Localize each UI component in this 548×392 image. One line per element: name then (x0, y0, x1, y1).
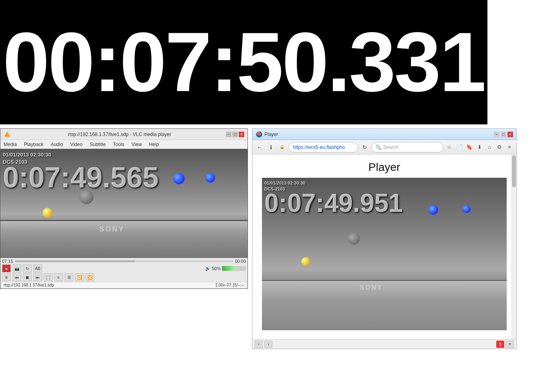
browser-bottom-right-button[interactable]: › (264, 341, 272, 348)
vlc-play-pause-button[interactable]: ⏸ (2, 273, 11, 281)
ball-blue-2 (205, 173, 215, 183)
browser-window-title: Player (263, 132, 494, 137)
browser-window-controls: − □ × (494, 132, 513, 137)
vlc-close-button[interactable]: × (239, 132, 244, 137)
vlc-status-row: rtsp://192.168.1.37/live1.sdp 1.00x 07:1… (2, 282, 246, 288)
browser-ball-gray (348, 233, 360, 245)
vlc-ab-button[interactable]: AB (33, 264, 42, 272)
browser-scrollbar[interactable] (511, 154, 516, 339)
browser-search-bar[interactable]: 🔍 Search (371, 142, 443, 152)
browser-ball-yellow (301, 257, 310, 266)
browser-reader-button[interactable]: 📄 (455, 143, 464, 152)
vlc-prev-button[interactable]: ⏮ (12, 273, 21, 281)
vlc-volume-icon: 🔊 (205, 266, 211, 271)
browser-security-icon[interactable]: 🔒 (277, 142, 287, 152)
browser-scroll-thumb[interactable] (512, 155, 516, 187)
browser-keyboard-area: SONY (262, 280, 507, 330)
vlc-menu-tools[interactable]: Tools (112, 141, 126, 148)
browser-window: Player − □ × ← ℹ 🔒 https://wcs5-eu.flash… (252, 128, 517, 349)
browser-titlebar: Player − □ × (252, 129, 516, 140)
vlc-fullscreen-button[interactable]: ⛶ (44, 273, 53, 281)
browser-bottom-bar: ‹ › 1 × (252, 339, 516, 349)
browser-timestamp-display: 0:07:49.951 (264, 188, 403, 218)
search-placeholder: Search (383, 144, 398, 150)
browser-close-notification-button[interactable]: × (506, 341, 514, 348)
vlc-volume-bar[interactable] (222, 266, 246, 271)
browser-ball-blue-2 (463, 205, 471, 213)
browser-close-button[interactable]: × (507, 132, 513, 137)
vlc-eq-button[interactable]: ≡ (54, 273, 63, 281)
vlc-video-area: 01/01/2013 02:30:30 DCS-2103 0:07:49.565… (0, 149, 248, 258)
vlc-time-display: 07:15/--:-- (227, 283, 244, 287)
ball-gray (79, 190, 93, 204)
browser-pocket-button[interactable]: 🔖 (465, 143, 474, 152)
vlc-menu-subtitle[interactable]: Subtitle (88, 141, 108, 148)
vlc-volume-fill (222, 266, 234, 271)
browser-toolbar-icons: ☆ 📄 🔖 ⬇ ⌂ ⚙ ≡ (445, 143, 514, 152)
browser-logo-icon (256, 131, 263, 138)
browser-url-bar[interactable]: https://wcs5-eu.flashpho (288, 142, 358, 152)
vlc-record-button[interactable]: ● (2, 264, 11, 272)
browser-navbar: ← ℹ 🔒 https://wcs5-eu.flashpho ↻ 🔍 Searc… (252, 140, 516, 154)
vlc-stop-button[interactable]: ⏹ (23, 273, 32, 281)
browser-url-text: https://wcs5-eu.flashpho (293, 144, 345, 150)
browser-video-frame: 01/01/2013 02:30:30 DCS-2103 0:07:49.951… (262, 178, 507, 330)
vlc-progress-bar[interactable] (15, 260, 233, 262)
search-icon: 🔍 (375, 144, 382, 150)
browser-reload-button[interactable]: ↻ (360, 142, 369, 152)
browser-settings-button[interactable]: ⚙ (495, 143, 504, 152)
vlc-menu-video[interactable]: Video (69, 141, 84, 148)
vlc-progress-fill (15, 260, 135, 262)
browser-sony-label: SONY (360, 284, 383, 291)
vlc-volume-percent: 50% (212, 266, 221, 271)
vlc-keyboard-area: SONY (0, 220, 248, 258)
ball-yellow (43, 208, 53, 218)
vlc-menu-help[interactable]: Help (147, 141, 160, 148)
vlc-progress-row: 07:15 00:00 (2, 259, 246, 264)
vlc-window-controls: − □ × (226, 132, 244, 137)
vlc-loop-button[interactable]: ↻ (23, 264, 32, 272)
browser-back-button[interactable]: ← (255, 142, 264, 152)
browser-notification-badge: 1 (496, 341, 504, 348)
browser-maximize-button[interactable]: □ (501, 132, 506, 137)
browser-bottom-left-button[interactable]: ‹ (255, 341, 263, 348)
browser-bookmark-star-button[interactable]: ☆ (445, 143, 454, 152)
vlc-controls-area: 07:15 00:00 ● 📷 ↻ AB 🔊 50% ⏸ ⏮ ⏹ ⏭ (0, 258, 248, 288)
svg-rect-1 (6, 135, 8, 137)
vlc-time-right: 00:00 (235, 259, 246, 264)
vlc-shuffle-button[interactable]: 🔀 (85, 273, 94, 281)
browser-home-button[interactable]: ⌂ (485, 143, 494, 152)
vlc-titlebar: rtsp://192.168.1.37/live1.sdp - VLC medi… (0, 129, 248, 140)
vlc-playlist-button[interactable]: ☰ (65, 273, 73, 281)
vlc-logo-icon (4, 131, 11, 138)
vlc-time-left: 07:15 (2, 259, 13, 264)
browser-ball-blue-1 (428, 205, 438, 215)
vlc-maximize-button[interactable]: □ (232, 132, 238, 137)
vlc-window-title: rtsp://192.168.1.37/live1.sdp - VLC medi… (13, 132, 226, 137)
vlc-next-button[interactable]: ⏭ (33, 273, 42, 281)
vlc-speed-display: 1.00x (215, 283, 225, 287)
vlc-menu-view[interactable]: View (130, 141, 144, 148)
timer-background: 00:07:50.331 (0, 0, 487, 124)
browser-minimize-button[interactable]: − (494, 132, 499, 137)
vlc-menu-media[interactable]: Media (2, 141, 18, 148)
vlc-timestamp-display: 0:07:49.565 (3, 161, 158, 194)
vlc-button-row-2: ⏸ ⏮ ⏹ ⏭ ⛶ ≡ ☰ 🔁 🔀 (2, 273, 246, 281)
vlc-menu-audio[interactable]: Audio (49, 141, 65, 148)
main-timer-display: 00:07:50.331 (3, 14, 485, 111)
vlc-window: rtsp://192.168.1.37/live1.sdp - VLC medi… (0, 128, 248, 289)
browser-info-button[interactable]: ℹ (266, 142, 276, 152)
browser-download-button[interactable]: ⬇ (475, 143, 484, 152)
vlc-minimize-button[interactable]: − (226, 132, 231, 137)
vlc-snapshot-button[interactable]: 📷 (12, 264, 21, 272)
browser-page-heading: Player (252, 154, 516, 178)
vlc-video-frame: 01/01/2013 02:30:30 DCS-2103 0:07:49.565… (0, 149, 248, 258)
vlc-menu-playback[interactable]: Playback (22, 141, 45, 148)
sony-label: SONY (99, 225, 124, 234)
vlc-volume-area: 🔊 50% (205, 266, 246, 271)
vlc-button-row-1: ● 📷 ↻ AB 🔊 50% (2, 264, 246, 272)
vlc-overlay-date: 01/01/2013 02:30:30 (3, 151, 51, 158)
vlc-repeat-button[interactable]: 🔁 (75, 273, 84, 281)
browser-overlay-date: 01/01/2013 02:30:30 (264, 180, 305, 186)
browser-menu-button[interactable]: ≡ (505, 143, 514, 152)
